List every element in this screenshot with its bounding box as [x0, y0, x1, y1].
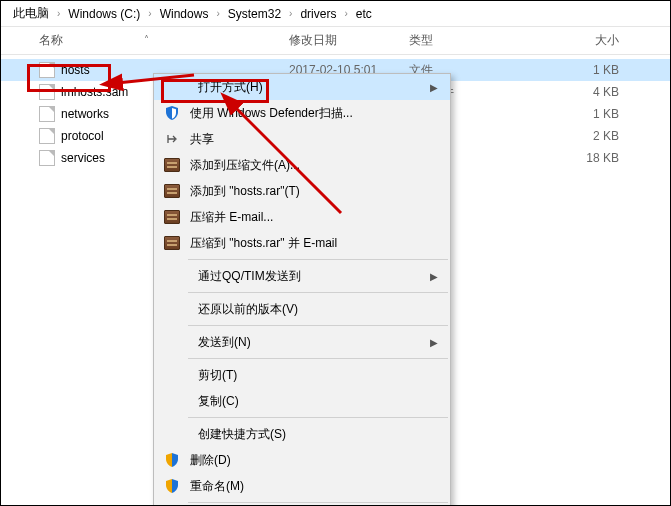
- file-size: 18 KB: [529, 151, 619, 165]
- column-name-label: 名称: [39, 33, 63, 47]
- menu-separator: [188, 417, 448, 418]
- share-icon: [162, 129, 182, 149]
- breadcrumb-item[interactable]: Windows: [156, 7, 213, 21]
- menu-separator: [188, 325, 448, 326]
- submenu-arrow-icon: ▶: [430, 337, 438, 348]
- shield-icon: [162, 476, 182, 496]
- menu-rename[interactable]: 重命名(M): [154, 473, 450, 499]
- blank-icon: [162, 299, 190, 319]
- menu-label: 添加到压缩文件(A)...: [190, 157, 450, 174]
- file-icon: [39, 128, 55, 144]
- blank-icon: [162, 332, 190, 352]
- menu-create-shortcut[interactable]: 创建快捷方式(S): [154, 421, 450, 447]
- menu-separator: [188, 358, 448, 359]
- blank-icon: [162, 77, 190, 97]
- menu-label: 复制(C): [198, 393, 450, 410]
- menu-label: 压缩并 E-mail...: [190, 209, 450, 226]
- menu-label: 通过QQ/TIM发送到: [198, 268, 450, 285]
- file-size: 2 KB: [529, 129, 619, 143]
- file-icon: [39, 106, 55, 122]
- menu-label: 删除(D): [190, 452, 450, 469]
- menu-delete[interactable]: 删除(D): [154, 447, 450, 473]
- menu-label: 发送到(N): [198, 334, 450, 351]
- blank-icon: [162, 365, 190, 385]
- menu-label: 压缩到 "hosts.rar" 并 E-mail: [190, 235, 450, 252]
- menu-separator: [188, 502, 448, 503]
- menu-label: 共享: [190, 131, 450, 148]
- column-name[interactable]: 名称 ˄: [39, 32, 289, 49]
- winrar-icon: [162, 155, 182, 175]
- breadcrumb-item[interactable]: System32: [224, 7, 285, 21]
- menu-restore-previous[interactable]: 还原以前的版本(V): [154, 296, 450, 322]
- file-size: 4 KB: [529, 85, 619, 99]
- breadcrumb-item[interactable]: Windows (C:): [64, 7, 144, 21]
- breadcrumb-item[interactable]: drivers: [296, 7, 340, 21]
- winrar-icon: [162, 207, 182, 227]
- menu-add-to-hosts-rar[interactable]: 添加到 "hosts.rar"(T): [154, 178, 450, 204]
- submenu-arrow-icon: ▶: [430, 82, 438, 93]
- sort-asc-icon: ˄: [144, 34, 149, 45]
- submenu-arrow-icon: ▶: [430, 271, 438, 282]
- winrar-icon: [162, 233, 182, 253]
- file-icon: [39, 150, 55, 166]
- file-icon: [39, 84, 55, 100]
- menu-compress-hosts-email[interactable]: 压缩到 "hosts.rar" 并 E-mail: [154, 230, 450, 256]
- context-menu: 打开方式(H) ▶ 使用 Windows Defender扫描... 共享 添加…: [153, 73, 451, 506]
- menu-label: 剪切(T): [198, 367, 450, 384]
- winrar-icon: [162, 181, 182, 201]
- menu-label: 还原以前的版本(V): [198, 301, 450, 318]
- shield-icon: [162, 450, 182, 470]
- menu-label: 重命名(M): [190, 478, 450, 495]
- chevron-right-icon: ›: [285, 8, 296, 19]
- breadcrumb-item[interactable]: 此电脑: [9, 5, 53, 22]
- file-size: 1 KB: [529, 63, 619, 77]
- menu-separator: [188, 259, 448, 260]
- file-size: 1 KB: [529, 107, 619, 121]
- chevron-right-icon: ›: [144, 8, 155, 19]
- blank-icon: [162, 391, 190, 411]
- chevron-right-icon: ›: [340, 8, 351, 19]
- column-date[interactable]: 修改日期: [289, 32, 409, 49]
- file-icon: [39, 62, 55, 78]
- menu-send-to[interactable]: 发送到(N) ▶: [154, 329, 450, 355]
- breadcrumb[interactable]: 此电脑 › Windows (C:) › Windows › System32 …: [1, 1, 670, 27]
- column-headers: 名称 ˄ 修改日期 类型 大小: [1, 27, 670, 55]
- menu-open-with[interactable]: 打开方式(H) ▶: [154, 74, 450, 100]
- menu-separator: [188, 292, 448, 293]
- menu-cut[interactable]: 剪切(T): [154, 362, 450, 388]
- blank-icon: [162, 266, 190, 286]
- menu-label: 创建快捷方式(S): [198, 426, 450, 443]
- menu-label: 使用 Windows Defender扫描...: [190, 105, 450, 122]
- chevron-right-icon: ›: [212, 8, 223, 19]
- chevron-right-icon: ›: [53, 8, 64, 19]
- menu-label: 打开方式(H): [198, 79, 450, 96]
- menu-add-to-archive[interactable]: 添加到压缩文件(A)...: [154, 152, 450, 178]
- menu-share[interactable]: 共享: [154, 126, 450, 152]
- column-type[interactable]: 类型: [409, 32, 529, 49]
- menu-compress-email[interactable]: 压缩并 E-mail...: [154, 204, 450, 230]
- menu-defender-scan[interactable]: 使用 Windows Defender扫描...: [154, 100, 450, 126]
- column-size[interactable]: 大小: [529, 32, 619, 49]
- shield-icon: [162, 103, 182, 123]
- blank-icon: [162, 424, 190, 444]
- menu-copy[interactable]: 复制(C): [154, 388, 450, 414]
- menu-qq-tim-send[interactable]: 通过QQ/TIM发送到 ▶: [154, 263, 450, 289]
- breadcrumb-item[interactable]: etc: [352, 7, 376, 21]
- menu-label: 添加到 "hosts.rar"(T): [190, 183, 450, 200]
